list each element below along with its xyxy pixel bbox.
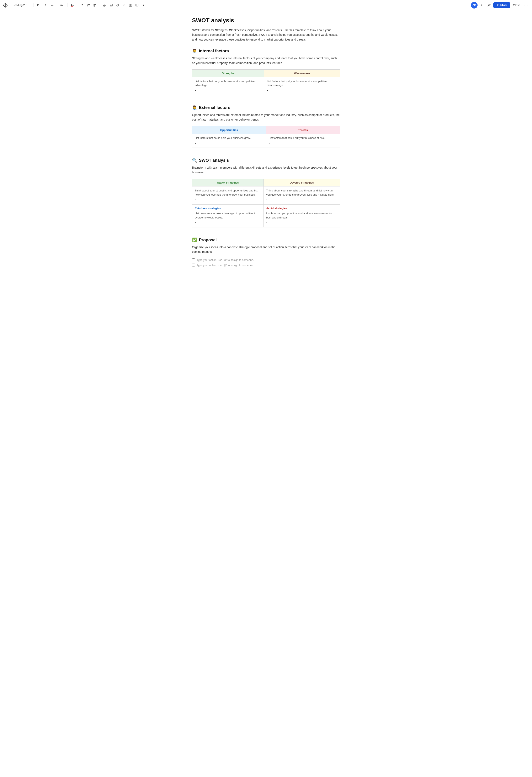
svg-rect-19 bbox=[110, 4, 112, 6]
reinforce-body: List how can you take advantage of oppor… bbox=[195, 211, 261, 220]
avoid-cell[interactable]: Avoid strategies List how can you priori… bbox=[264, 205, 340, 227]
list-item bbox=[198, 198, 261, 201]
svg-text:3.: 3. bbox=[87, 5, 88, 7]
svg-point-7 bbox=[81, 6, 81, 6]
task-list-button[interactable] bbox=[92, 2, 98, 8]
attack-list bbox=[198, 198, 261, 201]
avatar-label: CK bbox=[473, 4, 476, 6]
svg-rect-24 bbox=[136, 4, 137, 6]
emoji-button[interactable]: ☺ bbox=[121, 2, 127, 8]
publish-button[interactable]: Publish bbox=[493, 2, 511, 8]
document-title: SWOT analysis bbox=[192, 17, 340, 24]
reinforce-cell[interactable]: Reinforce strategies List how can you ta… bbox=[192, 205, 264, 227]
avatar-button[interactable]: CK bbox=[471, 2, 478, 8]
align-button[interactable]: ▾ bbox=[59, 2, 66, 8]
develop-cell[interactable]: Think about your strengths and threats a… bbox=[264, 187, 340, 205]
mention-button[interactable]: @ bbox=[115, 2, 121, 8]
external-factors-heading: 🧑‍💼 External factors bbox=[192, 105, 340, 110]
threats-cell[interactable]: List factors that could put your busines… bbox=[266, 134, 340, 148]
more-insert-button[interactable]: +▾ bbox=[140, 2, 145, 8]
heading-label: Heading 2 bbox=[12, 4, 25, 7]
avoid-list bbox=[270, 221, 337, 224]
numbered-list-button[interactable]: 1.2.3. bbox=[86, 2, 92, 8]
collab-button[interactable] bbox=[486, 2, 493, 8]
list-group: 1.2.3. bbox=[79, 2, 98, 8]
internal-factors-table: Strengths Weaknesses List factors that p… bbox=[192, 70, 340, 95]
reinforce-header-inline: Reinforce strategies bbox=[195, 207, 261, 210]
text-color-icon: A bbox=[71, 4, 73, 7]
italic-button[interactable]: I bbox=[42, 2, 48, 8]
threats-body: List factors that could put your busines… bbox=[268, 136, 337, 140]
strengths-header: Strengths bbox=[192, 70, 264, 77]
weaknesses-header: Weaknesses bbox=[264, 70, 340, 77]
image-button[interactable] bbox=[108, 2, 114, 8]
proposal-desc: Organize your ideas into a concrete stra… bbox=[192, 245, 340, 254]
avoid-body: List how can you prioritize and address … bbox=[266, 211, 337, 220]
svg-point-5 bbox=[81, 5, 81, 5]
internal-factors-section: 🧑‍💼 Internal factors Strengths and weakn… bbox=[192, 48, 340, 95]
internal-factors-icon: 🧑‍💼 bbox=[192, 48, 197, 53]
table-button[interactable] bbox=[127, 2, 134, 8]
divider-5 bbox=[100, 3, 100, 7]
todo-checkbox-2[interactable] bbox=[192, 263, 195, 266]
strategies-heading: 🔍 SWOT analysis bbox=[192, 158, 340, 163]
opportunities-body: List factors that could help your busine… bbox=[195, 136, 263, 140]
develop-body: Think about your strengths and threats a… bbox=[266, 189, 337, 197]
document-content: SWOT analysis SWOT stands for Strengths,… bbox=[187, 10, 345, 293]
more-options-button[interactable]: ··· bbox=[523, 2, 530, 8]
todo-text-2[interactable]: Type your action, use '@' to assign to s… bbox=[196, 263, 254, 267]
strategies-table: Attack strategies Develop strategies Thi… bbox=[192, 179, 340, 227]
document-intro: SWOT stands for Strengths, Weaknesses, O… bbox=[192, 28, 340, 42]
strengths-body: List factors that put your business at a… bbox=[195, 79, 262, 87]
opportunities-header: Opportunities bbox=[192, 126, 266, 134]
add-collaborator-button[interactable]: + bbox=[479, 2, 485, 8]
list-item bbox=[198, 141, 263, 145]
strengths-cell[interactable]: List factors that put your business at a… bbox=[192, 77, 264, 95]
proposal-icon: ✅ bbox=[192, 237, 197, 242]
toolbar: Heading 2 ▾ B I ··· ▾ A ▾ 1.2.3. bbox=[0, 0, 532, 10]
internal-factors-desc: Strengths and weaknesses are internal fa… bbox=[192, 56, 340, 65]
external-factors-desc: Opportunities and threats are external f… bbox=[192, 113, 340, 122]
threats-header: Threats bbox=[266, 126, 340, 134]
weaknesses-body: List factors that put your business at a… bbox=[267, 79, 337, 87]
list-item bbox=[270, 221, 337, 224]
threats-list bbox=[272, 141, 337, 145]
weaknesses-cell[interactable]: List factors that put your business at a… bbox=[264, 77, 340, 95]
weaknesses-list bbox=[270, 89, 337, 92]
app-logo bbox=[2, 2, 8, 8]
list-item bbox=[270, 89, 337, 92]
proposal-heading: ✅ Proposal bbox=[192, 237, 340, 242]
align-chevron-icon: ▾ bbox=[63, 4, 64, 6]
external-factors-table: Opportunities Threats List factors that … bbox=[192, 126, 340, 148]
columns-button[interactable] bbox=[134, 2, 140, 8]
internal-factors-heading: 🧑‍💼 Internal factors bbox=[192, 48, 340, 53]
avoid-header-inline: Avoid strategies bbox=[266, 207, 337, 210]
heading-chevron-icon: ▾ bbox=[25, 4, 27, 6]
link-button[interactable] bbox=[102, 2, 108, 8]
reinforce-list bbox=[198, 221, 261, 224]
svg-rect-25 bbox=[137, 4, 138, 6]
strategies-section: 🔍 SWOT analysis Brainstorm with team mem… bbox=[192, 158, 340, 227]
external-factors-icon: 🧑‍💼 bbox=[192, 105, 197, 110]
strategies-icon: 🔍 bbox=[192, 158, 197, 163]
bullet-list-button[interactable] bbox=[79, 2, 85, 8]
proposal-section: ✅ Proposal Organize your ideas into a co… bbox=[192, 237, 340, 267]
divider-3 bbox=[68, 3, 68, 7]
close-button[interactable]: Close bbox=[511, 2, 522, 8]
todo-text-1[interactable]: Type your action, use '@' to assign to s… bbox=[196, 258, 254, 261]
bold-button[interactable]: B bbox=[35, 2, 41, 8]
todo-item-2: Type your action, use '@' to assign to s… bbox=[192, 263, 340, 267]
opportunities-list bbox=[198, 141, 263, 145]
opportunities-cell[interactable]: List factors that could help your busine… bbox=[192, 134, 266, 148]
attack-body: Think about your strengths and opportuni… bbox=[195, 189, 261, 197]
list-item bbox=[198, 221, 261, 224]
svg-rect-17 bbox=[94, 5, 95, 6]
attack-cell[interactable]: Think about your strengths and opportuni… bbox=[192, 187, 264, 205]
develop-header: Develop strategies bbox=[264, 179, 340, 187]
more-text-button[interactable]: ··· bbox=[49, 2, 55, 8]
heading-selector[interactable]: Heading 2 ▾ bbox=[11, 3, 32, 7]
todo-checkbox-1[interactable] bbox=[192, 258, 195, 261]
list-item bbox=[198, 89, 262, 92]
text-color-button[interactable]: A ▾ bbox=[70, 2, 76, 8]
strengths-list bbox=[198, 89, 262, 92]
